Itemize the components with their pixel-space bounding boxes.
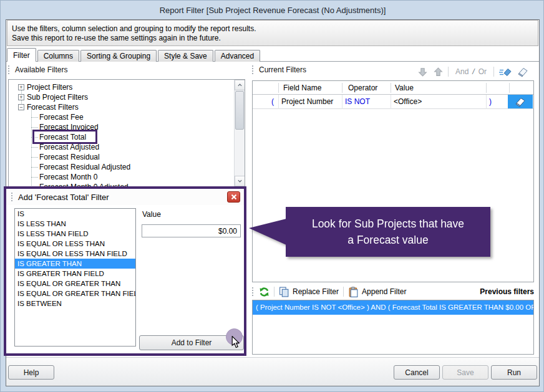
tree-item-forecast-total[interactable]: Forecast Total (9, 132, 221, 142)
title-bar: Report Filter [Sub Project Revenue Forec… (1, 1, 544, 19)
dialog-title: Report Filter [Sub Project Revenue Forec… (160, 6, 386, 15)
current-filters-title: Current Filters (259, 65, 306, 74)
add-filter-popup: Add 'Forecast Total' Filter IS IS LESS T… (4, 186, 246, 356)
tree-item-forecast-residual-adjusted[interactable]: Forecast Residual Adjusted (9, 162, 221, 172)
operator-option[interactable]: IS EQUAL OR GREATER THAN (15, 279, 135, 289)
grid-header-row: Field Name Operator Value (253, 81, 533, 95)
operator-option[interactable]: IS LESS THAN FIELD (15, 229, 135, 239)
tab-sorting-grouping[interactable]: Sorting & Grouping (80, 50, 157, 62)
available-filters-tree: + Project Filters + Sub Project Filters … (8, 79, 245, 187)
scrollbar-thumb[interactable] (235, 91, 244, 130)
grip-handle (252, 287, 254, 296)
operator-list: IS IS LESS THAN IS LESS THAN FIELD IS EQ… (14, 208, 136, 347)
operator-option-selected[interactable]: IS GREATER THAN (15, 259, 135, 269)
operator-option[interactable]: IS LESS THAN (15, 219, 135, 229)
tree-item-forecast-filters[interactable]: − Forecast Filters (9, 102, 221, 112)
operator-cell[interactable]: IS NOT (345, 97, 370, 106)
column-header-field-name: Field Name (283, 84, 321, 92)
operator-option[interactable]: IS (15, 209, 135, 219)
clipboard-icon (348, 287, 359, 297)
column-header-operator: Operator (348, 84, 377, 92)
value-cell[interactable]: <Office> (394, 97, 422, 106)
tree-item-sub-project-filters[interactable]: + Sub Project Filters (9, 92, 221, 102)
append-filter-button[interactable]: Append Filter (348, 287, 406, 297)
andor-slash: / (471, 67, 475, 76)
grip-handle (252, 65, 254, 74)
tab-columns[interactable]: Columns (37, 50, 79, 62)
run-button[interactable]: Run (491, 365, 537, 380)
cancel-button[interactable]: Cancel (394, 365, 440, 380)
filter-row[interactable]: ( Project Number IS NOT <Office> ) (253, 95, 533, 109)
previous-filters-list: ( Project Number IS NOT <Office> ) AND (… (252, 300, 534, 355)
callout-line1: Look for Sub Projects that have (312, 216, 464, 232)
tab-advanced[interactable]: Advanced (215, 50, 260, 62)
operator-option[interactable]: IS EQUAL OR GREATER THAN FIELD (15, 289, 135, 299)
refresh-icon[interactable] (259, 287, 270, 297)
tree-scrollbar[interactable] (234, 80, 245, 186)
tab-strip: Filter Columns Sorting & Grouping Style … (7, 49, 261, 62)
chevron-down-icon (238, 179, 242, 183)
scroll-down-button[interactable] (235, 176, 245, 186)
callout-box: Look for Sub Projects that have a Foreca… (286, 207, 490, 257)
tree-item-forecast-adjusted[interactable]: Forecast Adjusted (9, 142, 221, 152)
collapse-minus-icon[interactable]: − (18, 104, 24, 110)
tree-item-forecast-month-0[interactable]: Forecast Month 0 (9, 172, 221, 182)
open-paren-cell[interactable]: ( (271, 97, 274, 106)
value-label: Value (142, 210, 161, 219)
clear-filters-icon[interactable] (498, 67, 512, 77)
callout-tail (249, 219, 286, 245)
chevron-up-icon (238, 83, 242, 87)
operator-option[interactable]: IS EQUAL OR LESS THAN FIELD (15, 249, 135, 259)
and-button[interactable]: And (453, 67, 471, 76)
save-button[interactable]: Save (442, 365, 488, 380)
popup-title: Add 'Forecast Total' Filter (18, 193, 109, 202)
operator-option[interactable]: IS BETWEEN (15, 299, 135, 308)
instructions-panel: Use the filters, column selection and gr… (7, 20, 538, 46)
instructions-line1: Use the filters, column selection and gr… (12, 24, 538, 34)
tree-item-forecast-residual[interactable]: Forecast Residual (9, 152, 221, 162)
scroll-up-button[interactable] (235, 80, 245, 90)
field-name-cell[interactable]: Project Number (281, 97, 333, 106)
tab-style-save[interactable]: Style & Save (158, 50, 213, 62)
mouse-cursor (231, 336, 240, 348)
operator-option[interactable]: IS EQUAL OR LESS THAN (15, 239, 135, 249)
replace-filter-button[interactable]: Replace Filter (279, 287, 339, 297)
help-button[interactable]: Help (8, 365, 54, 380)
close-paren-cell[interactable]: ) (489, 97, 492, 106)
column-header-value: Value (395, 84, 414, 92)
move-down-icon[interactable] (417, 67, 428, 77)
expand-plus-icon[interactable]: + (18, 94, 24, 100)
move-up-icon[interactable] (433, 67, 444, 77)
expand-plus-icon[interactable]: + (18, 84, 24, 90)
popup-header: Add 'Forecast Total' Filter (6, 189, 244, 205)
close-button[interactable] (227, 191, 240, 203)
callout-line2: a Forecast value (347, 232, 428, 248)
current-filters-toolbar: And / Or (417, 66, 529, 77)
current-filters-header: Current Filters (252, 65, 306, 74)
available-filters-title: Available Filters (15, 65, 67, 74)
grip-handle (8, 65, 10, 74)
value-input[interactable] (142, 224, 241, 237)
operator-option[interactable]: IS GREATER THAN FIELD (15, 269, 135, 279)
previous-filters-toolbar: Replace Filter Append Filter Previous fi… (252, 284, 534, 299)
grip-handle (11, 193, 13, 201)
eraser-icon (514, 97, 527, 107)
previous-filters-label: Previous filters (480, 287, 534, 296)
close-icon (231, 194, 237, 200)
previous-filter-item[interactable]: ( Project Number IS NOT <Office> ) AND (… (253, 300, 533, 315)
delete-filter-button[interactable] (508, 95, 533, 108)
eraser-icon[interactable] (517, 67, 529, 77)
tab-filter[interactable]: Filter (7, 48, 36, 62)
report-filter-dialog: Report Filter [Sub Project Revenue Forec… (0, 0, 544, 392)
available-filters-header: Available Filters (8, 65, 67, 74)
copy-pages-icon (279, 287, 289, 297)
or-button[interactable]: Or (476, 67, 489, 76)
footer-bar: Help Cancel Save Run (6, 357, 539, 386)
tree-item-project-filters[interactable]: + Project Filters (9, 82, 221, 92)
tree-item-forecast-fee[interactable]: Forecast Fee (9, 112, 221, 122)
instructions-line2: Save this report to re-use the same sett… (12, 34, 538, 43)
